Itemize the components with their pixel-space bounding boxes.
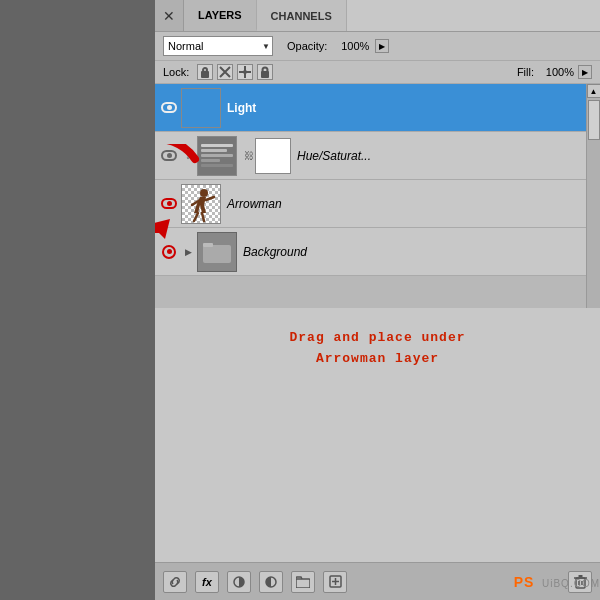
svg-rect-10	[203, 243, 213, 247]
scroll-track: ▲	[586, 84, 600, 308]
opacity-value: 100%	[333, 40, 369, 52]
layer-bg-arrow: ▶	[181, 245, 195, 259]
lock-row: Lock: Fill: 100% ▶	[155, 61, 600, 84]
thumb-arrowman	[181, 184, 221, 224]
svg-rect-13	[296, 579, 310, 588]
lock-all-btn[interactable]	[257, 64, 273, 80]
layer-row-background[interactable]: ▶ Background	[155, 228, 586, 276]
fx-btn[interactable]: fx	[195, 571, 219, 593]
instruction-area: Drag and place under Arrowman layer	[155, 308, 600, 562]
new-layer-btn[interactable]	[323, 571, 347, 593]
visibility-hue[interactable]	[159, 146, 179, 166]
tab-channels[interactable]: CHANNELS	[257, 0, 347, 31]
folder-btn[interactable]	[291, 571, 315, 593]
tab-layers[interactable]: LAYERS	[184, 0, 257, 31]
layer-clip-arrow: ↓	[181, 149, 195, 163]
layers-area: Light ↓ ⛓	[155, 84, 600, 308]
layer-name-light: Light	[227, 101, 582, 115]
fill-arrow-btn[interactable]: ▶	[578, 65, 592, 79]
layer-row-arrowman[interactable]: Arrowman	[155, 180, 586, 228]
mask-thumb-hue	[255, 138, 291, 174]
thumb-bg	[197, 232, 237, 272]
layer-row-hue[interactable]: ↓ ⛓ Hue/Saturat...	[155, 132, 586, 180]
blend-mode-wrap: Normal	[163, 36, 273, 56]
svg-point-4	[243, 70, 247, 74]
left-sidebar	[0, 0, 155, 600]
lock-pixels-btn[interactable]	[197, 64, 213, 80]
scroll-up-btn[interactable]: ▲	[587, 84, 601, 98]
layer-name-bg: Background	[243, 245, 582, 259]
svg-point-8	[200, 189, 208, 197]
visibility-bg[interactable]	[159, 242, 179, 262]
lock-position-btn[interactable]	[237, 64, 253, 80]
link-btn[interactable]	[163, 571, 187, 593]
visibility-light[interactable]	[159, 98, 179, 118]
mask-btn[interactable]	[227, 571, 251, 593]
tab-bar: ✕ LAYERS CHANNELS	[155, 0, 600, 32]
thumb-light	[181, 88, 221, 128]
fill-label: Fill:	[517, 66, 534, 78]
instruction-line1: Drag and place under	[165, 328, 590, 349]
watermark: PS UiBQ.COM	[514, 574, 600, 590]
layer-name-arrowman: Arrowman	[227, 197, 582, 211]
layers-content: Light ↓ ⛓	[155, 84, 586, 308]
blend-mode-select[interactable]: Normal	[163, 36, 273, 56]
scroll-thumb[interactable]	[588, 100, 600, 140]
visibility-arrowman[interactable]	[159, 194, 179, 214]
svg-rect-1	[203, 68, 207, 72]
svg-rect-9	[203, 245, 231, 263]
chain-icon: ⛓	[243, 150, 255, 161]
tools-icon: ✕	[163, 8, 175, 24]
opacity-arrow-btn[interactable]: ▶	[375, 39, 389, 53]
svg-rect-6	[263, 68, 268, 73]
layer-row-light[interactable]: Light	[155, 84, 586, 132]
blend-row: Normal Opacity: 100% ▶	[155, 32, 600, 61]
lock-label: Lock:	[163, 66, 189, 78]
adjustment-btn[interactable]	[259, 571, 283, 593]
lock-image-btn[interactable]	[217, 64, 233, 80]
fill-value: 100%	[538, 66, 574, 78]
thumb-hue	[197, 136, 237, 176]
opacity-label: Opacity:	[287, 40, 327, 52]
main-panel: ✕ LAYERS CHANNELS Normal Opacity: 100% ▶…	[155, 0, 600, 600]
instruction-line2: Arrowman layer	[165, 349, 590, 370]
layer-name-hue: Hue/Saturat...	[297, 149, 582, 163]
panel-tools[interactable]: ✕	[155, 0, 184, 31]
